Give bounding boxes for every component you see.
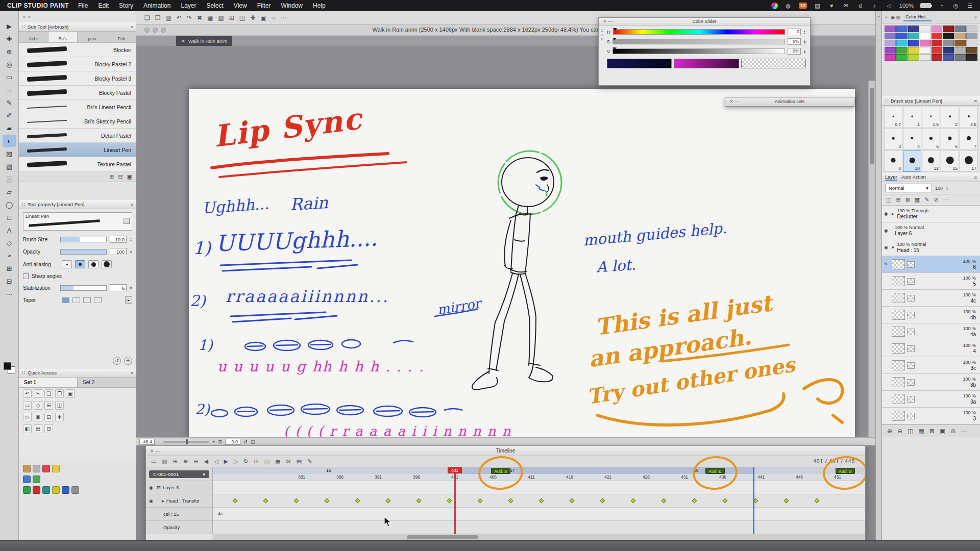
quick-access-icon[interactable]: ✂ [34, 389, 42, 398]
command-icon[interactable]: ❏ [144, 14, 150, 21]
close-icon[interactable]: ✕ [603, 19, 607, 24]
layer-command-icon[interactable]: ⊘ [934, 196, 938, 203]
shortcut-chip[interactable] [42, 486, 50, 494]
color-swatch[interactable] [932, 33, 943, 39]
layer-cel-row[interactable]: 100 %4c [882, 290, 980, 307]
color-result-swatch[interactable] [674, 59, 739, 68]
shortcut-chip[interactable] [23, 486, 31, 494]
color-swatch[interactable] [943, 26, 954, 32]
quick-access-icon[interactable]: ⊟ [44, 424, 53, 433]
eye-icon[interactable]: ◉ [884, 211, 890, 216]
stepper-icons[interactable]: ▲▼ [130, 237, 132, 241]
layer-thumbnail[interactable] [892, 310, 905, 320]
layer-command-icon[interactable]: ⋯ [943, 196, 949, 203]
layer-command-icon[interactable]: ⊞ [896, 196, 900, 203]
layer-footer-icon[interactable]: ⊠ [929, 428, 935, 435]
eraser-tool[interactable]: ▧ [3, 160, 16, 172]
slider-value[interactable]: 0% [788, 48, 801, 55]
color-swatch[interactable] [896, 54, 908, 61]
fit-screen-icon[interactable]: ⊞ [218, 439, 223, 444]
volume-icon[interactable]: ◁ [885, 3, 893, 9]
layer-thumbnail[interactable] [892, 276, 905, 286]
layer-cel-row[interactable]: 100 %4 [882, 340, 980, 357]
close-icon[interactable]: ✕ [729, 99, 733, 104]
layer-thumbnail[interactable] [892, 259, 905, 269]
track-row-cel[interactable]: cel : 15 [146, 508, 212, 521]
color-slider-title-bar[interactable]: ✕ — Color Slider [599, 18, 810, 26]
track-lane-cel[interactable]: 4c [213, 508, 866, 521]
keyframe-diamond[interactable] [784, 498, 789, 504]
brush-size-option[interactable]: 2.5 [960, 107, 978, 128]
color-result-swatch[interactable] [607, 59, 672, 68]
track-row-head[interactable]: ◉▸Head : Transfor [146, 494, 212, 508]
subtool-tab-foli[interactable]: Foli [107, 32, 137, 42]
color-swatch[interactable] [908, 33, 919, 39]
eye-icon[interactable]: ◉ [149, 498, 155, 504]
color-swatch[interactable] [932, 47, 943, 54]
track-row-layer6[interactable]: ◉⊞Layer 6 : [146, 481, 212, 494]
right-collapse-strip[interactable]: » [875, 11, 881, 540]
color-swatch[interactable] [966, 47, 977, 54]
command-icon[interactable]: ▥ [166, 14, 172, 21]
quick-access-icon[interactable]: ⊡ [44, 413, 53, 421]
timeline-icon[interactable]: ◀ [204, 458, 208, 465]
menu-item[interactable]: Animation [143, 2, 170, 9]
timeline-icon[interactable]: ⊠ [286, 458, 291, 465]
quick-access-icon[interactable]: ▭ [23, 401, 32, 410]
anti-aliasing-none[interactable] [62, 260, 72, 268]
command-icon[interactable]: ○ [272, 14, 275, 21]
quick-access-icon[interactable]: ↶ [23, 389, 32, 398]
color-swatch[interactable] [954, 33, 966, 39]
balloon-tool[interactable]: ◇ [3, 237, 16, 249]
command-icon[interactable]: ❐ [155, 14, 161, 21]
color-swatch[interactable] [932, 54, 943, 61]
brush-item[interactable]: Lineart Pen [19, 143, 136, 157]
color-swatch[interactable] [920, 26, 931, 32]
keyframe-diamond[interactable] [631, 498, 636, 504]
color-swatch[interactable] [885, 54, 896, 61]
keyframe-diamond[interactable] [386, 498, 391, 504]
layer-footer-icon[interactable]: ▦ [918, 428, 924, 435]
music-icon[interactable]: ♪ [871, 3, 878, 9]
color-swatch[interactable] [966, 54, 977, 61]
folder-arrow-icon[interactable]: ▾ [892, 245, 894, 250]
keyframe-diamond[interactable] [539, 498, 544, 504]
brush-item[interactable]: Blocky Pastel 3 [19, 71, 136, 86]
quick-access-icon[interactable]: ▣ [66, 389, 75, 398]
brush-size-option[interactable]: 8 [884, 151, 902, 172]
color-panel-tab-icon[interactable]: ◉ [891, 15, 896, 20]
color-swatch[interactable] [885, 26, 896, 32]
taper-expand-button[interactable]: ▸ [125, 296, 132, 304]
command-icon[interactable]: ▣ [260, 14, 266, 21]
foreground-color-swatch[interactable] [4, 362, 11, 370]
layer-thumbnail[interactable] [892, 343, 905, 354]
document-tab[interactable]: ✕ Walk in Rain anim [176, 36, 232, 46]
marquee-tool[interactable]: ▭ [3, 71, 16, 83]
collapse-arrow-icon[interactable]: ▸ [162, 498, 164, 504]
layer-panel-tab[interactable]: Auto Action [901, 174, 926, 181]
brush-size-option[interactable]: 6 [941, 129, 959, 150]
flip-icon[interactable]: ◫ [251, 439, 255, 444]
subtool-tab-airbr[interactable]: Airbr [19, 32, 48, 42]
pencil-tool[interactable]: ✐ [3, 109, 16, 121]
color-swatch[interactable] [943, 40, 954, 46]
track-lane-layer6[interactable] [213, 481, 866, 494]
taper-segment[interactable] [94, 297, 102, 303]
correct-line-tool[interactable]: ≈ [3, 249, 16, 262]
color-panel-tab-icon[interactable]: ▥ [896, 15, 900, 20]
color-swatch[interactable] [954, 26, 966, 32]
color-swatch[interactable] [943, 54, 954, 61]
command-icon[interactable]: ↷ [187, 14, 192, 21]
layer-footer-icon[interactable]: ⊖ [897, 428, 902, 435]
command-icon[interactable]: ▦ [207, 14, 213, 21]
operation-tool[interactable]: ▶ [3, 20, 16, 32]
quick-access-icon[interactable]: ◫ [55, 401, 64, 410]
track-lane-opacity[interactable] [213, 521, 866, 534]
rotate-value[interactable]: 0.0 [225, 439, 240, 445]
layer-footer-icon[interactable]: ⋯ [961, 428, 967, 435]
menu-item[interactable]: Story [119, 2, 133, 9]
more-tools[interactable]: ⋯ [3, 288, 16, 300]
stabilization-slider[interactable] [60, 285, 107, 291]
taper-segment[interactable] [83, 297, 91, 303]
panel-menu-icon[interactable]: ≡ [130, 24, 133, 30]
